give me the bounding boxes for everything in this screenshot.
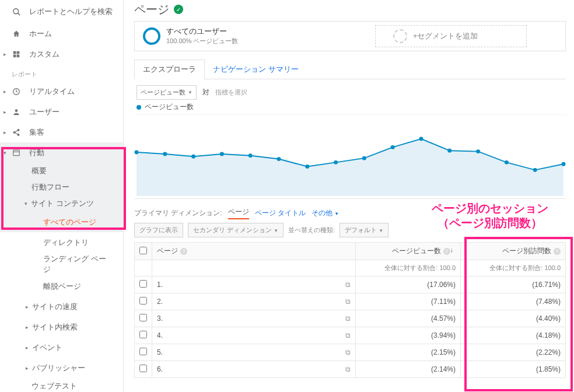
tab-nav-summary-label: ナビゲーション サマリー <box>213 65 299 74</box>
sidebar-publisher[interactable]: ▸パブリッシャー <box>0 358 123 378</box>
table-row[interactable]: 3.⧉(4.57%)(4.40%) <box>135 310 566 327</box>
svg-point-27 <box>476 149 480 153</box>
table-header-page-label: ページ <box>157 247 178 255</box>
sidebar-exit-pages[interactable]: 離脱ページ <box>0 276 123 296</box>
sidebar-custom[interactable]: カスタム <box>0 44 123 64</box>
sort-type-button[interactable]: デフォルト ▼ <box>340 223 388 237</box>
table-header-sessions-label: ページ別訪問数 <box>502 247 551 255</box>
metric-row: ページビュー数 ▼ 対 指標を選択 <box>134 79 566 100</box>
sidebar-home[interactable]: ホーム <box>0 23 123 44</box>
sidebar-custom-label: カスタム <box>29 49 60 60</box>
sidebar-events[interactable]: ▸イベント <box>0 337 123 358</box>
open-in-new-icon[interactable]: ⧉ <box>345 331 351 340</box>
table-row[interactable]: 1.⧉(17.06%)(16.71%) <box>135 276 566 293</box>
help-icon: ? <box>180 248 187 255</box>
segment-add[interactable]: +セグメントを追加 <box>375 25 527 47</box>
sidebar-events-label: イベント <box>32 342 62 353</box>
table-row[interactable]: 6.⧉(2.14%)(1.85%) <box>135 361 566 378</box>
row-sessions-cell: (4.18%) <box>461 327 566 344</box>
sidebar-all-pages[interactable]: すべてのページ <box>0 212 123 232</box>
sidebar-behavior-flow[interactable]: 行動フロー <box>0 179 123 195</box>
svg-point-20 <box>277 157 281 161</box>
chevron-down-icon: ▼ <box>274 228 278 233</box>
svg-line-12 <box>15 132 18 134</box>
sidebar-behavior-overview[interactable]: 概要 <box>0 163 123 179</box>
sidebar-all-pages-label: すべてのページ <box>43 217 96 228</box>
svg-rect-13 <box>13 150 20 155</box>
table-header-sessions[interactable]: ページ別訪問数? <box>461 243 566 260</box>
metric-select-label: ページビュー数 <box>141 88 186 97</box>
row-checkbox[interactable] <box>139 314 147 321</box>
dimension-other[interactable]: その他 ▼ <box>312 208 339 218</box>
svg-rect-3 <box>17 51 20 54</box>
row-checkbox[interactable] <box>139 280 147 288</box>
row-sessions-cell: (1.85%) <box>461 361 566 378</box>
secondary-dimension-button[interactable]: セカンダリ ディメンション ▼ <box>188 223 284 237</box>
table-header-pageviews[interactable]: ページビュー数?↓ <box>356 243 461 260</box>
sidebar-home-label: ホーム <box>29 29 52 39</box>
row-page-cell: 6.⧉ <box>152 361 356 378</box>
sidebar-site-content[interactable]: ▾ サイト コンテンツ <box>0 195 123 212</box>
dimension-page-title[interactable]: ページ タイトル <box>255 208 306 218</box>
row-checkbox[interactable] <box>139 331 147 338</box>
table-row[interactable]: 2.⧉(7.11%)(7.48%) <box>135 293 566 310</box>
chevron-right-icon: ▸ <box>26 304 29 310</box>
search-icon <box>12 7 21 16</box>
open-in-new-icon[interactable]: ⧉ <box>345 314 351 323</box>
sidebar-acquisition[interactable]: 集客 <box>0 122 123 142</box>
svg-point-19 <box>249 153 253 158</box>
sidebar-site-speed-label: サイトの速度 <box>32 302 78 312</box>
sidebar-site-search-label: サイト内検索 <box>32 322 78 332</box>
metric-pick-link[interactable]: 指標を選択 <box>215 88 247 97</box>
sidebar-landing-pages[interactable]: ランディング ページ <box>0 253 123 276</box>
share-icon <box>12 128 21 137</box>
row-pv-cell: (3.94%) <box>356 327 461 344</box>
table-row[interactable]: 4.⧉(3.94%)(4.18%) <box>135 327 566 344</box>
table-header-pageviews-label: ページビュー数 <box>392 247 441 255</box>
sidebar-search[interactable]: レポートとヘルプを検索 <box>0 0 123 23</box>
sidebar-directory[interactable]: ディレクトリ <box>0 232 123 253</box>
select-all-checkbox[interactable] <box>139 247 147 254</box>
metric-vs-label: 対 <box>202 88 209 97</box>
sidebar-exit-pages-label: 離脱ページ <box>43 281 81 292</box>
line-chart[interactable] <box>134 114 566 199</box>
open-in-new-icon[interactable]: ⧉ <box>345 348 351 356</box>
sidebar-webtest[interactable]: ウェブテスト <box>0 378 123 392</box>
sidebar-realtime[interactable]: リアルタイム <box>0 81 123 102</box>
row-checkbox[interactable] <box>139 348 147 355</box>
table-header-page[interactable]: ページ? <box>152 243 356 260</box>
sidebar-landing-pages-label: ランディング ページ <box>43 254 107 275</box>
chevron-down-icon: ▼ <box>188 90 192 95</box>
row-page-cell: 4.⧉ <box>152 327 356 344</box>
open-in-new-icon[interactable]: ⧉ <box>345 298 351 306</box>
report-tabs: エクスプローラ ナビゲーション サマリー <box>134 60 566 79</box>
open-in-new-icon[interactable]: ⧉ <box>345 365 351 373</box>
sidebar-user-label: ユーザー <box>29 107 60 117</box>
row-sessions-cell: (7.48%) <box>461 293 566 310</box>
row-checkbox[interactable] <box>139 365 147 372</box>
tab-explorer[interactable]: エクスプローラ <box>134 60 205 79</box>
row-pv-cell: (17.06%) <box>356 276 461 293</box>
sidebar-user[interactable]: ユーザー <box>0 102 123 122</box>
sort-desc-icon: ↓ <box>450 246 454 253</box>
sidebar-site-speed[interactable]: ▸サイトの速度 <box>0 296 123 317</box>
metric-select[interactable]: ページビュー数 ▼ <box>136 85 197 100</box>
sidebar-behavior[interactable]: 行動 <box>0 142 123 163</box>
segment-all-users[interactable]: すべてのユーザー 100.00% ページビュー数 <box>135 22 247 51</box>
help-icon: ? <box>443 248 450 255</box>
row-checkbox[interactable] <box>139 297 147 304</box>
open-in-new-icon[interactable]: ⧉ <box>345 281 351 289</box>
sidebar-site-search[interactable]: ▸サイト内検索 <box>0 317 123 337</box>
row-pv-cell: (7.11%) <box>356 293 461 310</box>
dimension-page[interactable]: ページ <box>228 207 249 219</box>
table-row[interactable]: 5.⧉(2.15%)(2.22%) <box>135 344 566 361</box>
tab-nav-summary[interactable]: ナビゲーション サマリー <box>205 60 307 79</box>
chevron-down-icon: ▾ <box>24 201 27 206</box>
chart-toggle-button[interactable]: グラフに表示 <box>134 223 183 237</box>
sidebar-acquisition-label: 集客 <box>29 127 44 138</box>
annotation-line2: （ページ別訪問数） <box>432 216 548 230</box>
main-content: ページ ✓ すべてのユーザー 100.00% ページビュー数 +セグメントを追加… <box>124 0 574 392</box>
svg-point-21 <box>305 164 309 169</box>
table-header-checkbox[interactable] <box>135 243 152 260</box>
sidebar-webtest-label: ウェブテスト <box>32 381 77 391</box>
